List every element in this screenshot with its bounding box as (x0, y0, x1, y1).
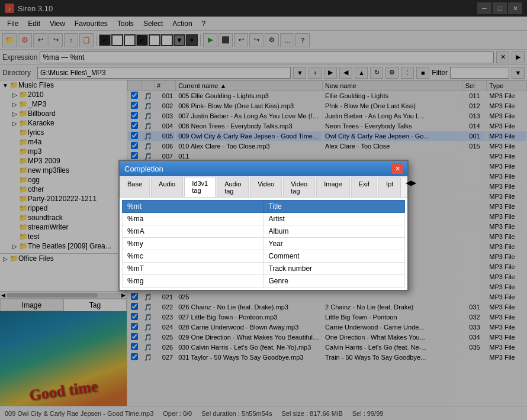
completion-code: %ma (123, 213, 264, 225)
modal-body: %mtTitle%maArtist%mAAlbum%myYear%mcComme… (120, 198, 407, 290)
completion-code: %mA (123, 225, 264, 238)
modal-tab-base[interactable]: Base (120, 177, 150, 197)
modal-tabs: Base Audio Id3v1 tag Audio tag Video Vid… (120, 176, 407, 198)
completion-code: %my (123, 238, 264, 250)
completion-table: %mtTitle%maArtist%mAAlbum%myYear%mcComme… (122, 200, 405, 287)
modal-overlay: Completion ✕ Base Audio Id3v1 tag Audio … (0, 0, 527, 420)
completion-label: Comment (264, 250, 405, 263)
completion-label: Genre (264, 275, 405, 287)
modal-close-button[interactable]: ✕ (392, 163, 403, 174)
modal-tab-id3v1[interactable]: Id3v1 tag (184, 177, 216, 197)
completion-row[interactable]: %mgGenre (123, 275, 405, 287)
completion-label: Title (264, 201, 405, 213)
completion-row[interactable]: %mcComment (123, 250, 405, 263)
modal-title-text: Completion (124, 164, 163, 173)
completion-row[interactable]: %maArtist (123, 213, 405, 225)
completion-modal: Completion ✕ Base Audio Id3v1 tag Audio … (118, 160, 409, 291)
completion-code: %mt (123, 201, 264, 213)
completion-row[interactable]: %myYear (123, 238, 405, 250)
modal-title-bar: Completion ✕ (120, 161, 407, 176)
modal-tab-exif[interactable]: Exif (351, 177, 377, 197)
modal-tab-image[interactable]: Image (316, 177, 350, 197)
completion-label: Artist (264, 213, 405, 225)
completion-rows: %mtTitle%maArtist%mAAlbum%myYear%mcComme… (123, 201, 405, 287)
completion-row[interactable]: %mTTrack number (123, 263, 405, 275)
completion-label: Year (264, 238, 405, 250)
completion-code: %mc (123, 250, 264, 263)
completion-code: %mT (123, 263, 264, 275)
modal-tab-video[interactable]: Video (250, 177, 282, 197)
modal-tab-ipt[interactable]: Ipt (378, 177, 401, 197)
completion-label: Album (264, 225, 405, 238)
modal-tab-videotag[interactable]: Video tag (283, 177, 315, 197)
modal-tab-audiotag[interactable]: Audio tag (217, 177, 249, 197)
completion-row[interactable]: %mAAlbum (123, 225, 405, 238)
completion-code: %mg (123, 275, 264, 287)
modal-tab-more[interactable]: ◀▶ (402, 176, 420, 197)
modal-tab-audio[interactable]: Audio (151, 177, 183, 197)
completion-label: Track number (264, 263, 405, 275)
completion-row[interactable]: %mtTitle (123, 201, 405, 213)
